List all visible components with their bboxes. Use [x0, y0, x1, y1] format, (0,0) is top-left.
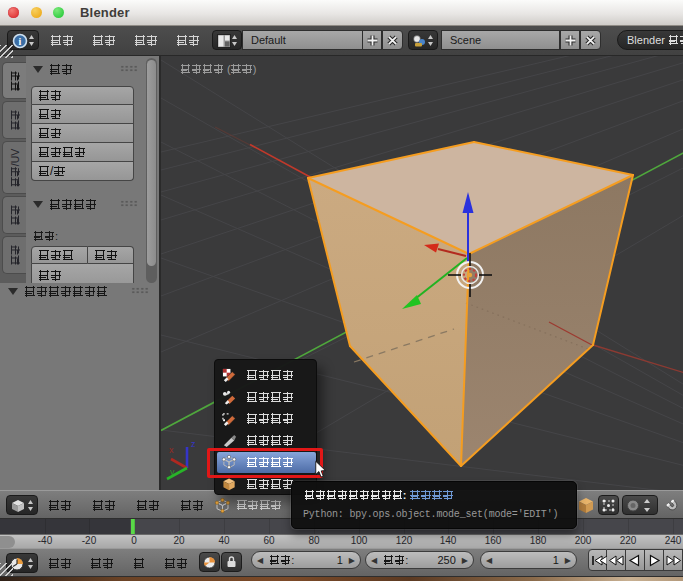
svg-text:y: y: [170, 467, 175, 477]
svg-text:z: z: [191, 439, 196, 449]
svg-text:x: x: [169, 445, 174, 455]
svg-text:i: i: [19, 36, 22, 47]
